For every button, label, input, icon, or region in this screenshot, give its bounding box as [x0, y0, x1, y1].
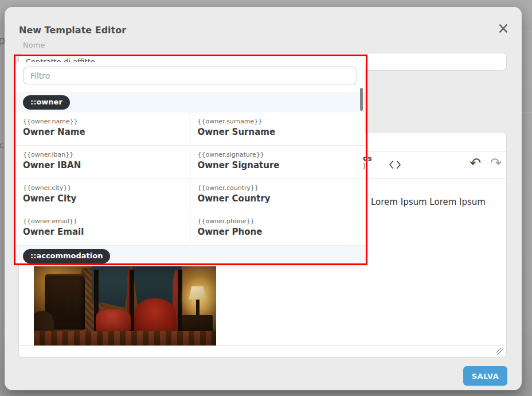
variable-label: Owner Email: [23, 227, 182, 237]
clipped-button-text: ): [363, 162, 377, 170]
variables-dropdown: ::owner {{owner.name}} Owner Name {{owne…: [15, 62, 365, 263]
photo-detail: [34, 266, 216, 346]
variable-code: {{owner.name}}: [23, 118, 182, 125]
variable-item-owner-phone[interactable]: {{owner.phone}} Owner Phone: [190, 212, 365, 246]
variable-label: Owner City: [23, 193, 182, 204]
dropdown-scrollbar-thumb[interactable]: [360, 88, 363, 111]
filter-input[interactable]: [23, 67, 357, 84]
owner-tag-pill: ::owner: [23, 95, 70, 110]
code-view-icon[interactable]: [388, 158, 402, 171]
editor-paragraph: Lorem Ipsum Lorem Ipsum: [371, 197, 486, 207]
undo-icon[interactable]: ↶: [470, 155, 481, 171]
variable-code: {{owner.iban}}: [23, 151, 182, 158]
variable-code: {{owner.country}}: [198, 184, 358, 192]
variable-item-owner-iban[interactable]: {{owner.iban}} Owner IBAN: [15, 146, 190, 179]
variable-item-owner-country[interactable]: {{owner.country}} Owner Country: [190, 179, 365, 212]
variables-list: ::owner {{owner.name}} Owner Name {{owne…: [15, 92, 365, 263]
variable-label: Owner Phone: [198, 227, 358, 237]
clipped-button-text: ds: [363, 154, 377, 162]
variable-code: {{owner.signature}}: [198, 151, 358, 158]
save-button[interactable]: SALVA: [463, 366, 507, 386]
variable-code: {{owner.surname}}: [198, 118, 358, 125]
variable-item-owner-city[interactable]: {{owner.city}} Owner City: [15, 179, 190, 212]
variable-label: Owner IBAN: [23, 160, 182, 170]
accommodation-tag-pill: ::accommodation: [23, 249, 110, 263]
variable-code: {{owner.phone}}: [198, 218, 358, 225]
accommodation-photo[interactable]: [34, 266, 216, 346]
variables-grid: {{owner.name}} Owner Name {{owner.surnam…: [15, 112, 365, 246]
section-header-accommodation: ::accommodation: [15, 246, 365, 263]
name-field-label: Nome: [23, 41, 45, 49]
variable-label: Owner Country: [198, 193, 358, 204]
close-icon[interactable]: ×: [495, 20, 512, 37]
variable-label: Owner Surname: [198, 127, 358, 137]
editor-footer: [19, 345, 506, 357]
redo-icon[interactable]: ↷: [490, 155, 502, 171]
variable-code: {{owner.email}}: [23, 218, 182, 225]
variable-label: Owner Name: [23, 127, 182, 137]
resize-handle[interactable]: [496, 348, 503, 355]
modal-title: New Template Editor: [19, 25, 126, 36]
variable-code: {{owner.city}}: [23, 184, 182, 192]
variable-item-owner-email[interactable]: {{owner.email}} Owner Email: [15, 212, 190, 246]
section-header-owner: ::owner: [15, 92, 365, 112]
variable-item-owner-name[interactable]: {{owner.name}} Owner Name: [15, 112, 190, 146]
clipped-toolbar-button[interactable]: ds ): [363, 154, 377, 170]
variable-item-owner-surname[interactable]: {{owner.surname}} Owner Surname: [190, 112, 365, 146]
screen: p cl New Template Editor × Nome ds ): [0, 0, 532, 396]
variable-item-owner-signature[interactable]: {{owner.signature}} Owner Signature: [190, 146, 365, 179]
variable-label: Owner Signature: [198, 160, 358, 170]
